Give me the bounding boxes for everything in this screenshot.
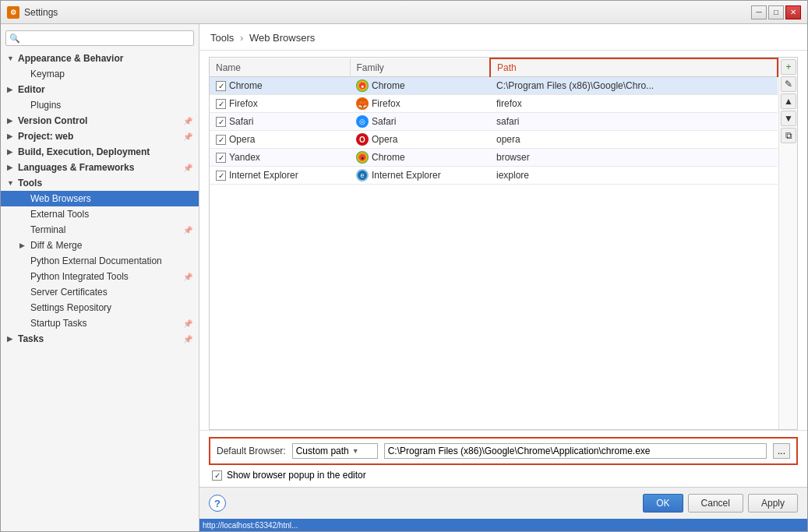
- bottom-section: Default Browser: Custom path ▼ ... Show …: [199, 430, 807, 487]
- pin-icon: 📌: [183, 117, 192, 125]
- chevron-right-icon-build: ▶: [7, 148, 18, 156]
- chevron-right-icon-diff: ▶: [19, 241, 30, 249]
- sidebar-item-version-control[interactable]: ▶ Version Control 📌: [1, 113, 199, 129]
- footer-buttons: OK Cancel Apply: [643, 494, 798, 513]
- sidebar-item-external-tools[interactable]: External Tools: [1, 206, 199, 222]
- browse-button[interactable]: ...: [773, 443, 790, 459]
- col-header-path[interactable]: Path: [490, 58, 778, 77]
- sidebar-item-settings-repo[interactable]: Settings Repository: [1, 300, 199, 315]
- ie-icon: e: [356, 169, 369, 181]
- breadcrumb-separator: ›: [240, 32, 243, 44]
- sidebar-item-project[interactable]: ▶ Project: web 📌: [1, 129, 199, 144]
- move-down-button[interactable]: ▼: [781, 111, 796, 126]
- search-icon: 🔍: [9, 33, 20, 44]
- search-box[interactable]: 🔍: [5, 30, 194, 46]
- table-inner: Name Family Path: [210, 58, 778, 429]
- sidebar-item-python-ext-doc[interactable]: Python External Documentation: [1, 253, 199, 269]
- browser-checkbox-chrome[interactable]: [216, 81, 226, 91]
- sidebar-item-plugins[interactable]: Plugins: [1, 97, 199, 113]
- browser-name-cell: Opera: [210, 131, 350, 149]
- pin-icon-startup: 📌: [183, 319, 192, 328]
- sidebar-item-tasks[interactable]: ▶ Tasks 📌: [1, 331, 199, 347]
- search-input[interactable]: [23, 33, 190, 44]
- table-row[interactable]: Firefox 🦊 Firefox: [210, 95, 778, 113]
- cancel-button[interactable]: Cancel: [688, 494, 743, 513]
- maximize-button[interactable]: □: [768, 5, 784, 19]
- browser-table: Name Family Path: [209, 57, 798, 430]
- show-popup-checkbox[interactable]: [212, 470, 222, 481]
- browser-checkbox-safari[interactable]: [216, 117, 226, 127]
- minimize-button[interactable]: ─: [751, 5, 767, 19]
- content-area: Name Family Path: [199, 51, 807, 430]
- browser-name-cell: Internet Explorer: [210, 167, 350, 185]
- col-header-family[interactable]: Family: [350, 58, 490, 77]
- chevron-right-icon: ▶: [7, 86, 18, 93]
- firefox-icon: 🦊: [356, 97, 369, 110]
- col-header-name[interactable]: Name: [210, 58, 350, 77]
- add-browser-button[interactable]: +: [781, 59, 796, 75]
- browser-path-input[interactable]: [384, 443, 767, 459]
- ok-button[interactable]: OK: [643, 494, 683, 513]
- copy-browser-button[interactable]: ⧉: [781, 128, 796, 143]
- sidebar-item-server-certs[interactable]: Server Certificates: [1, 284, 199, 300]
- sidebar-item-python-integrated[interactable]: Python Integrated Tools 📌: [1, 269, 199, 284]
- move-up-button[interactable]: ▲: [781, 93, 796, 109]
- browser-path-cell: iexplore: [490, 167, 778, 185]
- browser-checkbox-firefox[interactable]: [216, 99, 226, 109]
- dropdown-value: Custom path: [296, 446, 349, 456]
- browser-family-cell: e Internet Explorer: [350, 167, 490, 185]
- help-button[interactable]: ?: [209, 495, 226, 512]
- footer: ? OK Cancel Apply: [199, 487, 807, 519]
- sidebar-item-tools[interactable]: ▼ Tools: [1, 175, 199, 191]
- sidebar-item-editor[interactable]: ▶ Editor: [1, 82, 199, 97]
- breadcrumb-parent: Tools: [210, 32, 234, 44]
- browser-checkbox-opera[interactable]: [216, 135, 226, 145]
- close-button[interactable]: ✕: [785, 5, 801, 19]
- pin-icon-terminal: 📌: [183, 226, 192, 234]
- chevron-right-icon-lang: ▶: [7, 164, 18, 171]
- settings-window: ⚙ Settings ─ □ ✕ 🔍 ▼ Appearance & Behavi…: [0, 0, 808, 532]
- default-browser-label: Default Browser:: [217, 446, 286, 456]
- chevron-right-icon-vc: ▶: [7, 117, 18, 125]
- sidebar-item-build[interactable]: ▶ Build, Execution, Deployment: [1, 144, 199, 160]
- opera-icon: O: [356, 133, 369, 146]
- table-row[interactable]: Safari ◎ Safari: [210, 113, 778, 131]
- sidebar-item-languages[interactable]: ▶ Languages & Frameworks 📌: [1, 160, 199, 175]
- table-row[interactable]: Opera O Opera: [210, 131, 778, 149]
- table-row[interactable]: Internet Explorer e Internet Explorer: [210, 167, 778, 185]
- browser-name-cell: Yandex: [210, 149, 350, 167]
- table-row[interactable]: Chrome ● Chrome: [210, 77, 778, 95]
- main-panel: Tools › Web Browsers Name: [199, 24, 807, 531]
- sidebar-item-startup-tasks[interactable]: Startup Tasks 📌: [1, 315, 199, 331]
- browser-family-cell: ● Chrome: [350, 149, 490, 167]
- sidebar-item-diff-merge[interactable]: ▶ Diff & Merge: [1, 238, 199, 253]
- browsers-table: Name Family Path: [210, 58, 778, 185]
- sidebar-item-web-browsers[interactable]: Web Browsers: [1, 191, 199, 206]
- default-browser-dropdown[interactable]: Custom path ▼: [292, 443, 378, 459]
- chevron-down-icon-dropdown: ▼: [352, 447, 359, 455]
- sidebar-item-appearance[interactable]: ▼ Appearance & Behavior: [1, 51, 199, 66]
- chevron-down-icon: ▼: [7, 55, 18, 62]
- window-title: Settings: [24, 7, 751, 18]
- breadcrumb-current: Web Browsers: [249, 32, 315, 44]
- browser-name-cell: Chrome: [210, 77, 350, 95]
- table-wrapper: Name Family Path: [210, 58, 797, 429]
- browser-family-cell: ◎ Safari: [350, 113, 490, 131]
- browser-path-cell: opera: [490, 131, 778, 149]
- sidebar-item-keymap[interactable]: Keymap: [1, 66, 199, 82]
- default-browser-row: Default Browser: Custom path ▼ ...: [209, 437, 798, 465]
- table-row[interactable]: Yandex ● Chrome: [210, 149, 778, 167]
- browser-name-cell: Safari: [210, 113, 350, 131]
- browser-checkbox-yandex[interactable]: [216, 153, 226, 163]
- chevron-right-icon-tasks: ▶: [7, 335, 18, 343]
- browser-name-cell: Firefox: [210, 95, 350, 113]
- sidebar-item-terminal[interactable]: Terminal 📌: [1, 222, 199, 238]
- url-bar: http://localhost:63342/htnl...: [199, 519, 807, 531]
- pin-icon-python: 📌: [183, 273, 192, 281]
- chevron-down-icon-tools: ▼: [7, 179, 18, 187]
- window-controls: ─ □ ✕: [751, 5, 801, 19]
- edit-browser-button[interactable]: ✎: [781, 76, 796, 92]
- browser-checkbox-ie[interactable]: [216, 171, 226, 181]
- app-icon: ⚙: [7, 6, 19, 19]
- apply-button[interactable]: Apply: [748, 494, 798, 513]
